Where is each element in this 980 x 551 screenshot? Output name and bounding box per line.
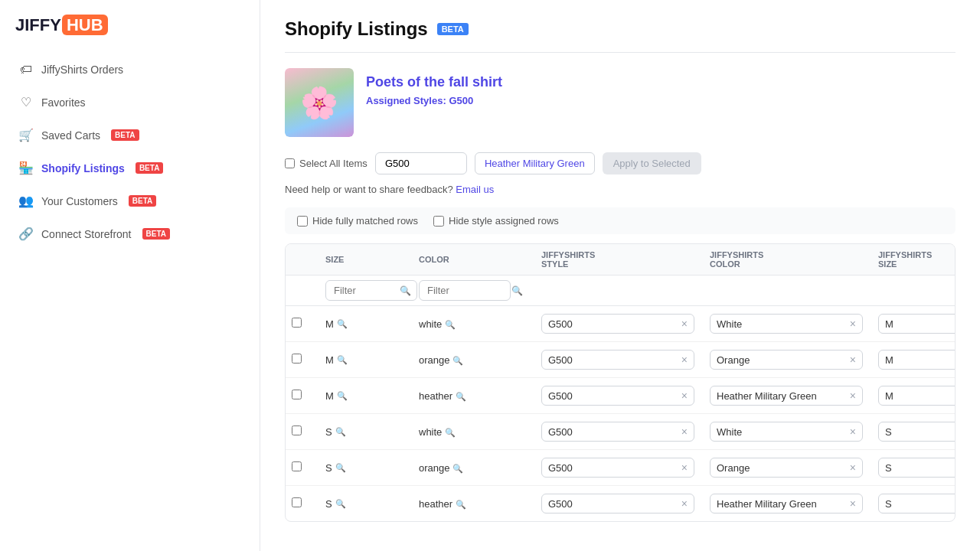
hide-assigned-checkbox[interactable]	[433, 216, 444, 227]
controls-bar: Select All Items Heather Military Green …	[285, 152, 956, 174]
shopify-icon: 🏪	[18, 161, 34, 175]
color-lookup-icon[interactable]: 🔍	[452, 356, 463, 365]
row-jcolor-cell: Orange ×	[704, 350, 872, 370]
size-lookup-icon[interactable]: 🔍	[337, 355, 348, 365]
col-header-color: COLOR	[413, 255, 535, 264]
jstyle-clear-button[interactable]: ×	[681, 497, 688, 510]
row-checkbox-cell	[286, 497, 313, 510]
jcolor-clear-button[interactable]: ×	[850, 354, 856, 366]
jsize-tag: S ×	[878, 458, 956, 478]
sidebar-item-saved-carts[interactable]: 🛒 Saved Carts BETA	[0, 119, 260, 152]
color-lookup-icon[interactable]: 🔍	[456, 500, 466, 509]
jstyle-tag: G500 ×	[541, 458, 694, 478]
jcolor-value: Heather Military Green	[717, 498, 847, 510]
row-jcolor-cell: White ×	[704, 314, 872, 334]
product-styles-label: Assigned Styles:	[366, 95, 446, 106]
logo-text: JIFFYHUB	[15, 15, 108, 35]
color-lookup-icon[interactable]: 🔍	[456, 392, 466, 401]
jcolor-tag: Heather Military Green ×	[710, 386, 863, 406]
select-all-checkbox[interactable]	[285, 158, 295, 168]
color-filter-input[interactable]	[419, 280, 511, 301]
jcolor-tag: White ×	[710, 422, 863, 442]
jstyle-clear-button[interactable]: ×	[681, 425, 688, 438]
jcolor-clear-button[interactable]: ×	[850, 497, 856, 510]
hide-matched-checkbox[interactable]	[297, 216, 308, 227]
row-jsize-cell: S ×	[872, 422, 956, 442]
size-lookup-icon[interactable]: 🔍	[335, 499, 346, 509]
jcolor-clear-button[interactable]: ×	[850, 390, 856, 402]
col-header-size: SIZE	[313, 255, 413, 264]
select-all-label[interactable]: Select All Items	[299, 158, 368, 169]
jsize-tag: M ×	[878, 350, 956, 370]
hide-matched-label: Hide fully matched rows	[312, 215, 418, 227]
jstyle-clear-button[interactable]: ×	[681, 390, 688, 402]
row-color: orange	[419, 354, 449, 366]
table-row: M 🔍 heather 🔍 G500 × Heather Military Gr…	[286, 378, 955, 414]
filter-color-cell: 🔍	[413, 280, 535, 301]
color-lookup-icon[interactable]: 🔍	[445, 320, 456, 329]
email-us-link[interactable]: Email us	[456, 184, 494, 195]
jcolor-clear-button[interactable]: ×	[850, 425, 856, 438]
jcolor-value: Orange	[717, 462, 847, 474]
sidebar-item-label: Your Customers	[41, 195, 118, 207]
sidebar-item-favorites[interactable]: ♡ Favorites	[0, 86, 260, 119]
apply-to-selected-button[interactable]: Apply to Selected	[603, 152, 701, 174]
jcolor-clear-button[interactable]: ×	[850, 461, 856, 474]
row-color: heather	[419, 390, 452, 402]
color-filter-wrap: 🔍	[419, 280, 529, 301]
filter-size-cell: 🔍	[313, 280, 413, 301]
color-search-icon: 🔍	[511, 285, 523, 296]
jsize-value: S	[885, 462, 956, 474]
size-lookup-icon[interactable]: 🔍	[337, 391, 348, 401]
size-lookup-icon[interactable]: 🔍	[335, 463, 346, 473]
size-filter-wrap: 🔍	[325, 280, 417, 301]
jstyle-tag: G500 ×	[541, 494, 694, 514]
row-checkbox[interactable]	[292, 425, 302, 435]
color-lookup-icon[interactable]: 🔍	[452, 464, 463, 473]
row-checkbox[interactable]	[292, 390, 302, 399]
row-jsize-cell: M ×	[872, 350, 956, 370]
size-lookup-icon[interactable]: 🔍	[335, 427, 346, 437]
feedback-text: Need help or want to share feedback?	[285, 184, 453, 195]
jstyle-clear-button[interactable]: ×	[681, 354, 688, 366]
row-checkbox[interactable]	[292, 318, 302, 328]
beta-badge: BETA	[129, 195, 156, 207]
favorites-icon: ♡	[18, 95, 34, 109]
style-input[interactable]	[375, 152, 467, 174]
table-rows: M 🔍 white 🔍 G500 × White × M ×	[286, 306, 955, 521]
row-size: M	[325, 390, 334, 402]
color-dropdown[interactable]: Heather Military Green	[475, 152, 595, 174]
row-color-cell: heather 🔍	[413, 390, 535, 402]
sidebar-item-connect-storefront[interactable]: 🔗 Connect Storefront BETA	[0, 217, 260, 250]
sidebar-item-your-customers[interactable]: 👥 Your Customers BETA	[0, 184, 260, 217]
size-search-icon: 🔍	[400, 285, 411, 296]
sidebar-item-shopify-listings[interactable]: 🏪 Shopify Listings BETA	[0, 152, 260, 184]
sidebar-item-jiffy-orders[interactable]: 🏷 JiffyShirts Orders	[0, 54, 260, 86]
jstyle-clear-button[interactable]: ×	[681, 318, 688, 330]
row-jsize-cell: M ×	[872, 386, 956, 406]
sidebar-item-label: Favorites	[41, 96, 86, 109]
row-jstyle-cell: G500 ×	[535, 386, 704, 406]
sidebar-item-label: JiffyShirts Orders	[41, 64, 123, 76]
row-checkbox[interactable]	[292, 354, 302, 364]
hide-matched-filter: Hide fully matched rows	[297, 215, 418, 227]
color-lookup-icon[interactable]: 🔍	[445, 428, 456, 437]
table-filter-row: 🔍 🔍	[286, 276, 955, 306]
jstyle-clear-button[interactable]: ×	[681, 461, 688, 474]
jcolor-value: White	[717, 318, 847, 330]
table-row: M 🔍 orange 🔍 G500 × Orange × M ×	[286, 342, 955, 378]
jcolor-tag: Heather Military Green ×	[710, 494, 863, 514]
size-lookup-icon[interactable]: 🔍	[337, 319, 348, 329]
col-header-jstyle: JIFFYSHIRTSSTYLE	[535, 250, 704, 269]
main-content: Shopify Listings BETA Poets of the fall …	[260, 0, 980, 551]
row-checkbox[interactable]	[292, 497, 302, 507]
product-section: Poets of the fall shirt Assigned Styles:…	[285, 68, 956, 137]
row-color: white	[419, 318, 442, 330]
beta-badge: BETA	[142, 228, 170, 240]
jcolor-tag: White ×	[710, 314, 863, 334]
table-row: M 🔍 white 🔍 G500 × White × M ×	[286, 306, 955, 342]
page-beta-badge: BETA	[437, 23, 469, 35]
row-checkbox[interactable]	[292, 461, 302, 471]
row-jstyle-cell: G500 ×	[535, 422, 704, 442]
jcolor-clear-button[interactable]: ×	[850, 318, 856, 330]
